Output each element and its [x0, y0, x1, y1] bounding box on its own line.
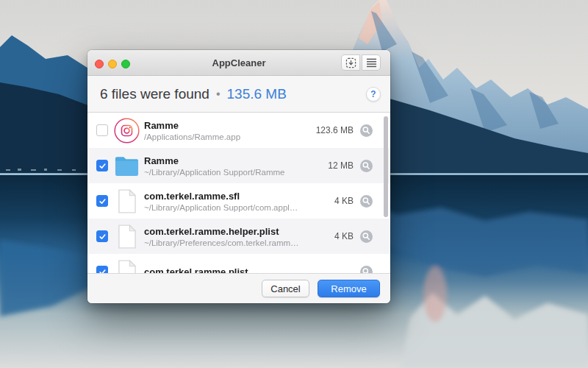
cancel-button[interactable]: Cancel	[262, 280, 309, 297]
help-button[interactable]: ?	[366, 87, 381, 102]
file-row: Ramme/Applications/Ramme.app123.6 MB	[87, 113, 390, 148]
magnifier-icon	[360, 160, 373, 172]
file-size: 4 KB	[334, 196, 354, 206]
file-info: Ramme/Applications/Ramme.app	[144, 120, 316, 141]
file-path: ~/Library/Application Support/Ramme	[144, 168, 302, 177]
file-size: 12 MB	[328, 160, 354, 171]
magnifier-icon	[360, 230, 373, 243]
file-name: Ramme	[144, 155, 328, 166]
separator-dot: •	[216, 88, 220, 101]
file-checkbox[interactable]	[96, 160, 108, 171]
file-icon	[113, 187, 140, 215]
scrollbar-thumb[interactable]	[384, 116, 388, 217]
file-checkbox[interactable]	[96, 266, 108, 273]
file-row: Ramme~/Library/Application Support/Ramme…	[87, 148, 390, 183]
file-name: com.terkel.ramme.helper.plist	[144, 226, 334, 237]
magnifier-icon	[360, 124, 373, 137]
total-size: 135.6 MB	[227, 86, 287, 102]
file-checkbox[interactable]	[96, 124, 108, 136]
file-info: com.terkel.ramme.plist	[144, 266, 354, 274]
reveal-in-finder-button[interactable]	[360, 160, 373, 172]
magnifier-icon	[360, 266, 373, 274]
remove-button[interactable]: Remove	[318, 280, 380, 297]
magnifier-icon	[360, 195, 373, 208]
file-path: ~/Library/Application Support/com.apple.…	[144, 203, 302, 212]
file-size: 123.6 MB	[316, 125, 354, 135]
file-size: 4 KB	[334, 231, 354, 241]
file-icon	[113, 258, 140, 273]
titlebar-toolbar	[341, 54, 381, 71]
file-row: com.terkel.ramme.plist	[87, 254, 390, 273]
file-name: Ramme	[144, 120, 316, 131]
file-checkbox[interactable]	[96, 195, 108, 207]
file-path: /Applications/Ramme.app	[144, 132, 302, 141]
list-icon	[366, 58, 377, 68]
reveal-in-finder-button[interactable]	[360, 124, 373, 137]
file-checkbox[interactable]	[96, 230, 108, 242]
list-view-button[interactable]	[362, 54, 381, 71]
reveal-in-finder-button[interactable]	[360, 230, 373, 243]
file-name: com.terkel.ramme.plist	[144, 266, 354, 274]
file-list: Ramme/Applications/Ramme.app123.6 MBRamm…	[87, 113, 390, 273]
file-info: Ramme~/Library/Application Support/Ramme	[144, 155, 328, 177]
files-found-summary: 6 files were found	[100, 86, 209, 102]
file-icon	[113, 222, 140, 250]
drop-app-target-icon	[345, 57, 356, 68]
file-info: com.terkel.ramme.sfl~/Library/Applicatio…	[144, 191, 334, 212]
folder-icon	[113, 152, 140, 180]
file-name: com.terkel.ramme.sfl	[144, 191, 334, 202]
file-row: com.terkel.ramme.sfl~/Library/Applicatio…	[87, 183, 390, 219]
footer-bar: Cancel Remove	[87, 273, 390, 303]
file-row: com.terkel.ramme.helper.plist~/Library/P…	[87, 219, 390, 254]
reveal-in-finder-button[interactable]	[360, 266, 373, 274]
file-info: com.terkel.ramme.helper.plist~/Library/P…	[144, 226, 334, 247]
drop-app-target-button[interactable]	[341, 54, 360, 71]
file-path: ~/Library/Preferences/com.terkel.ramme.h…	[144, 238, 302, 247]
titlebar: AppCleaner	[87, 50, 390, 76]
app-icon	[113, 116, 140, 144]
reveal-in-finder-button[interactable]	[360, 195, 373, 208]
appcleaner-window: AppCleaner 6 files were found	[87, 50, 390, 303]
results-header: 6 files were found • 135.6 MB ?	[87, 76, 390, 113]
